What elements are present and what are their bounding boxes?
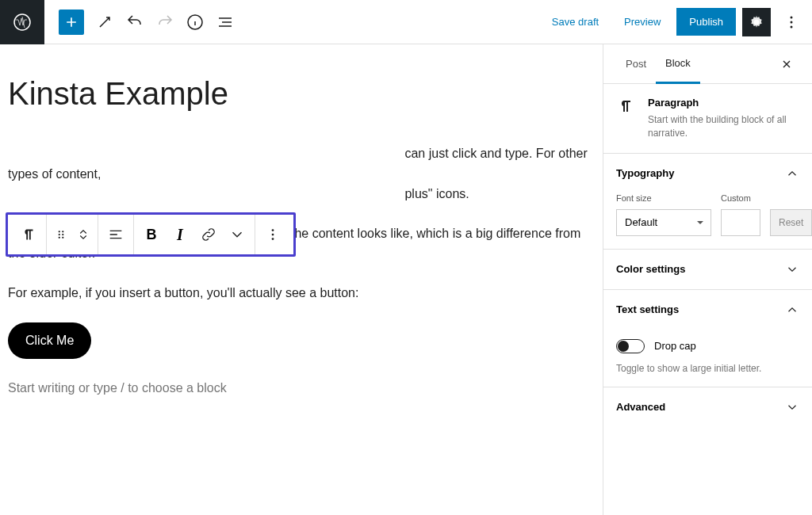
editor-canvas[interactable]: Kinsta Example xxxxxxxxxxxxxxxxxxxxxxxxx… — [0, 44, 603, 515]
tools-button[interactable] — [90, 8, 119, 36]
block-description: Start with the building block of all nar… — [648, 113, 799, 140]
drop-cap-label: Drop cap — [654, 340, 696, 352]
custom-font-size-input[interactable] — [721, 209, 760, 236]
block-name: Paragraph — [648, 97, 799, 109]
color-settings-title: Color settings — [616, 263, 685, 275]
bold-button[interactable]: B — [137, 217, 166, 252]
block-toolbar: B I — [6, 212, 296, 257]
chevron-up-icon — [785, 166, 799, 181]
align-button[interactable] — [102, 217, 130, 252]
close-sidebar-button[interactable] — [774, 52, 799, 77]
settings-button[interactable] — [742, 8, 771, 36]
more-options-button[interactable] — [777, 8, 806, 36]
svg-point-4 — [791, 25, 793, 28]
svg-point-13 — [272, 238, 274, 240]
svg-point-9 — [59, 237, 60, 238]
tab-block[interactable]: Block — [656, 44, 700, 84]
custom-label: Custom — [721, 193, 760, 203]
undo-button[interactable] — [121, 8, 149, 36]
svg-point-12 — [272, 234, 274, 236]
drop-cap-help: Toggle to show a large initial letter. — [603, 363, 812, 387]
svg-point-10 — [62, 237, 63, 238]
block-more-button[interactable] — [259, 217, 287, 252]
paragraph-text: can just click and type. For other types… — [8, 147, 588, 181]
svg-point-5 — [59, 231, 60, 232]
chevron-down-icon — [785, 400, 799, 414]
redo-button[interactable] — [151, 8, 179, 36]
paragraph-block-1[interactable]: xxxxxxxxxxxxxxxxxxxxxxxxxxxxxxxxxxxxxxxx… — [8, 143, 595, 204]
drag-handle-button[interactable] — [50, 217, 72, 252]
chevron-down-icon — [785, 262, 799, 277]
advanced-panel-header[interactable]: Advanced — [603, 387, 812, 427]
publish-button[interactable]: Publish — [676, 8, 736, 36]
color-settings-panel-header[interactable]: Color settings — [603, 250, 812, 289]
svg-point-6 — [62, 231, 63, 232]
font-size-select[interactable]: Default — [616, 209, 711, 236]
typography-title: Typography — [616, 167, 674, 179]
outline-button[interactable] — [211, 8, 239, 36]
text-settings-title: Text settings — [616, 303, 679, 315]
more-rich-text-button[interactable] — [223, 217, 251, 252]
save-draft-button[interactable]: Save draft — [542, 10, 608, 34]
link-button[interactable] — [194, 217, 223, 252]
svg-point-11 — [272, 229, 274, 231]
font-size-label: Font size — [616, 193, 711, 203]
add-block-button[interactable] — [59, 10, 84, 35]
drop-cap-toggle[interactable] — [616, 339, 645, 353]
svg-point-8 — [62, 234, 63, 235]
block-type-button[interactable] — [14, 217, 43, 252]
preview-button[interactable]: Preview — [615, 10, 670, 34]
post-title[interactable]: Kinsta Example — [8, 76, 595, 112]
paragraph-icon — [616, 97, 635, 140]
settings-sidebar: Post Block Paragraph Start with the buil… — [603, 44, 812, 515]
paragraph-block-3[interactable]: For example, if you insert a button, you… — [8, 283, 595, 303]
reset-font-size-button[interactable]: Reset — [770, 209, 812, 236]
text-settings-panel-header[interactable]: Text settings — [603, 290, 812, 330]
move-buttons[interactable] — [72, 217, 94, 252]
svg-point-3 — [791, 21, 793, 23]
button-block[interactable]: Click Me — [8, 322, 91, 359]
chevron-up-icon — [785, 303, 799, 317]
paragraph-text: plus" icons. — [404, 187, 469, 200]
svg-point-7 — [59, 234, 60, 235]
advanced-title: Advanced — [616, 401, 665, 413]
default-block-placeholder[interactable]: Start writing or type / to choose a bloc… — [8, 381, 595, 395]
typography-panel-header[interactable]: Typography — [603, 154, 812, 193]
wordpress-logo[interactable] — [0, 0, 44, 44]
tab-post[interactable]: Post — [616, 45, 656, 82]
italic-button[interactable]: I — [166, 217, 194, 252]
info-button[interactable] — [181, 8, 209, 36]
svg-point-2 — [791, 16, 793, 18]
